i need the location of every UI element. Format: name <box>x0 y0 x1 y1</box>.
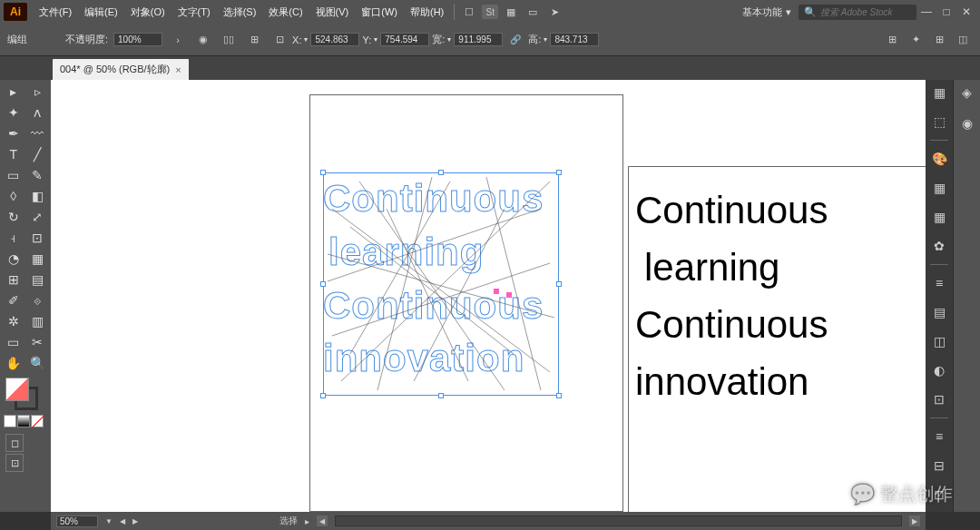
menu-object[interactable]: 对象(O) <box>124 5 172 19</box>
paintbrush-tool[interactable]: ✎ <box>26 165 50 185</box>
canvas[interactable]: Continuous learning Continuous innovatio… <box>51 80 926 512</box>
transparency-panel-icon[interactable]: ◫ <box>928 330 950 352</box>
selected-text-group[interactable]: Continuous learning Continuous innovatio… <box>323 172 559 396</box>
zoom-input[interactable] <box>56 515 98 527</box>
free-transform-tool[interactable]: ⊡ <box>26 228 50 248</box>
fill-stroke-swatches[interactable] <box>5 378 38 410</box>
lasso-tool[interactable]: ʌ <box>26 103 50 123</box>
symbol-sprayer-tool[interactable]: ✲ <box>2 311 25 331</box>
minimize-button[interactable]: — <box>916 2 936 22</box>
maximize-button[interactable]: □ <box>936 2 956 22</box>
menu-view[interactable]: 视图(V) <box>309 5 356 19</box>
resize-handle[interactable] <box>320 393 326 398</box>
eyedropper-tool[interactable]: ✐ <box>2 290 25 310</box>
x-input[interactable] <box>310 33 359 46</box>
rectangle-tool[interactable]: ▭ <box>2 165 25 185</box>
eraser-tool[interactable]: ◧ <box>26 186 50 206</box>
layers-panel-icon[interactable]: ◈ <box>956 82 978 103</box>
draw-normal-icon[interactable]: ◻ <box>5 434 24 452</box>
snap-icon[interactable]: ◫ <box>953 30 973 50</box>
paragraph-panel-icon[interactable]: ⊟ <box>928 455 950 476</box>
menu-file[interactable]: 文件(F) <box>33 5 78 19</box>
link-wh-icon[interactable]: 🔗 <box>505 30 525 50</box>
selection-tool[interactable]: ▸ <box>2 82 25 102</box>
gradient-panel-icon[interactable]: ▤ <box>928 301 950 323</box>
scale-tool[interactable]: ⤢ <box>26 207 50 227</box>
resize-handle[interactable] <box>556 170 562 175</box>
status-nav-icon[interactable]: ▸ <box>305 516 309 526</box>
curvature-tool[interactable]: 〰 <box>26 123 50 143</box>
prefs-icon[interactable]: ⊞ <box>882 30 902 50</box>
blend-tool[interactable]: ⟐ <box>26 290 50 310</box>
menu-type[interactable]: 文字(T) <box>172 5 217 19</box>
align-icon-2[interactable]: ⊞ <box>244 30 264 50</box>
direct-selection-tool[interactable]: ▹ <box>26 82 50 102</box>
type-tool[interactable]: T <box>2 144 25 164</box>
hscroll-right-icon[interactable]: ▶ <box>909 515 920 526</box>
perspective-tool[interactable]: ▦ <box>26 249 50 269</box>
menu-edit[interactable]: 编辑(E) <box>78 5 124 19</box>
stroke-panel-icon[interactable]: ≡ <box>928 272 950 294</box>
hscroll-left-icon[interactable]: ◀ <box>317 515 328 526</box>
menu-select[interactable]: 选择(S) <box>217 5 263 19</box>
gradient-tool[interactable]: ▤ <box>26 270 50 290</box>
color-mode-icon[interactable] <box>4 415 16 427</box>
graphic-styles-panel-icon[interactable]: ⊡ <box>928 388 950 410</box>
hscroll-track[interactable] <box>335 515 902 526</box>
zoom-tool[interactable]: 🔍 <box>26 353 50 373</box>
graph-tool[interactable]: ▥ <box>26 311 50 331</box>
resize-handle[interactable] <box>438 393 444 398</box>
brushes-panel-icon[interactable]: ▦ <box>928 206 950 228</box>
menu-window[interactable]: 窗口(W) <box>355 5 404 19</box>
search-input[interactable] <box>820 7 911 17</box>
resize-handle[interactable] <box>438 170 444 175</box>
w-input[interactable] <box>454 33 503 46</box>
slice-tool[interactable]: ✂ <box>26 332 50 352</box>
magic-wand-tool[interactable]: ✦ <box>2 103 25 123</box>
libraries-panel-icon[interactable]: ⬚ <box>928 111 950 132</box>
opacity-arrow-icon[interactable]: › <box>168 30 188 50</box>
gpu-icon[interactable]: ➤ <box>545 3 564 21</box>
grid-icon[interactable]: ⊞ <box>929 30 949 50</box>
arrange-docs-icon[interactable]: ▦ <box>502 3 520 21</box>
color-panel-icon[interactable]: 🎨 <box>928 148 950 170</box>
menu-help[interactable]: 帮助(H) <box>404 5 450 19</box>
tab-close-icon[interactable]: × <box>175 64 181 75</box>
transform-anchor-icon[interactable]: ⊡ <box>270 30 289 50</box>
character-panel-icon[interactable]: ≡ <box>928 426 950 447</box>
cc-libraries-icon[interactable]: ◉ <box>956 113 978 134</box>
setup-icon[interactable]: ✦ <box>906 30 926 50</box>
document-tab[interactable]: 004* @ 50% (RGB/轮廓) × <box>53 59 189 80</box>
resize-handle[interactable] <box>556 393 562 398</box>
bridge-icon[interactable]: ☐ <box>460 3 478 21</box>
line-tool[interactable]: ╱ <box>26 144 50 164</box>
opacity-input[interactable] <box>113 33 162 46</box>
gradient-mode-icon[interactable] <box>17 415 30 427</box>
h-caret-icon[interactable]: ▾ <box>544 35 547 44</box>
width-tool[interactable]: ⫞ <box>2 228 25 248</box>
nav-prev-icon[interactable]: ◀ <box>120 517 125 525</box>
pen-tool[interactable]: ✒ <box>2 123 25 143</box>
stock-icon[interactable]: St <box>482 5 498 19</box>
y-caret-icon[interactable]: ▾ <box>374 35 377 44</box>
w-caret-icon[interactable]: ▾ <box>447 35 451 44</box>
mesh-tool[interactable]: ⊞ <box>2 270 25 290</box>
fill-swatch[interactable] <box>5 378 29 401</box>
resize-handle[interactable] <box>320 170 326 175</box>
symbols-panel-icon[interactable]: ✿ <box>928 235 950 257</box>
zoom-arrow-icon[interactable]: ▼ <box>105 517 113 525</box>
doc-setup-icon[interactable]: ▭ <box>524 3 542 21</box>
stock-search[interactable]: 🔍 <box>799 5 916 20</box>
y-input[interactable] <box>380 33 429 46</box>
h-input[interactable] <box>550 33 599 46</box>
shape-builder-tool[interactable]: ◔ <box>2 249 25 269</box>
screen-mode-icon[interactable]: ⊡ <box>5 454 24 472</box>
recolor-icon[interactable]: ◉ <box>193 30 213 50</box>
swatches-panel-icon[interactable]: ▦ <box>928 177 950 199</box>
rotate-tool[interactable]: ↻ <box>2 207 25 227</box>
workspace-switcher[interactable]: 基本功能 ▾ <box>735 4 799 21</box>
shaper-tool[interactable]: ◊ <box>2 186 25 206</box>
resize-handle[interactable] <box>556 281 562 287</box>
align-icon-1[interactable]: ▯▯ <box>219 30 239 50</box>
close-button[interactable]: ✕ <box>956 2 976 22</box>
